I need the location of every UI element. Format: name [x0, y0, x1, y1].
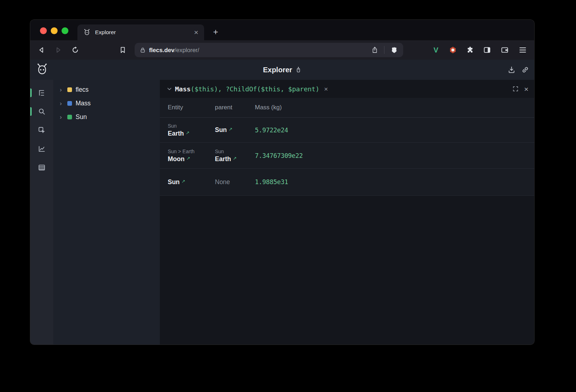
- chevron-right-icon[interactable]: ›: [60, 114, 66, 120]
- hexagon-extension-icon[interactable]: [449, 46, 457, 54]
- extensions-puzzle-icon[interactable]: [466, 46, 474, 54]
- tool-sidebar: [30, 80, 53, 345]
- chevron-right-icon[interactable]: ›: [60, 100, 66, 106]
- lock-icon: [140, 47, 146, 53]
- inspector-icon[interactable]: [38, 126, 46, 134]
- tree-item-label: Sun: [76, 113, 87, 121]
- close-window-button[interactable]: [40, 27, 47, 34]
- column-header-parent: parent: [215, 104, 255, 111]
- chart-icon[interactable]: [38, 145, 46, 153]
- external-link-icon: ↗: [181, 178, 185, 184]
- tab-title: Explorer: [95, 29, 194, 36]
- entity-color-swatch: [67, 101, 72, 106]
- bookmark-icon[interactable]: [119, 46, 127, 54]
- link-icon[interactable]: [521, 66, 529, 74]
- entity-path: Sun > Earth: [168, 149, 215, 154]
- column-header-entity: Entity: [168, 104, 215, 111]
- table-row: Sun > Earth Moon ↗ Sun Earth ↗: [160, 143, 534, 169]
- mass-value: 5.9722e24: [255, 127, 534, 134]
- browser-tab-explorer[interactable]: Explorer ×: [77, 24, 204, 40]
- table-rows-icon[interactable]: [38, 164, 46, 172]
- entity-name: Sun: [168, 178, 180, 186]
- query-results-table: Entity parent Mass (kg) Sun Earth ↗: [160, 98, 534, 196]
- external-link-icon: ↗: [186, 130, 189, 135]
- query-expression[interactable]: Mass($this), ?ChildOf($this, $parent): [175, 85, 319, 93]
- query-panel: Mass($this), ?ChildOf($this, $parent) × …: [160, 80, 534, 345]
- table-row: Sun Earth ↗ Sun ↗ 5.9722e24: [160, 118, 534, 143]
- parent-name: Sun: [215, 126, 227, 134]
- external-link-icon: ↗: [186, 155, 190, 161]
- download-icon[interactable]: [508, 66, 516, 74]
- parent-link[interactable]: Sun ↗: [215, 126, 255, 134]
- sidebar-toggle-icon[interactable]: [483, 46, 491, 54]
- query-component: Mass: [175, 85, 190, 93]
- entity-link[interactable]: Earth ↗: [168, 130, 215, 137]
- maximize-window-button[interactable]: [62, 27, 68, 34]
- forward-button[interactable]: [54, 46, 62, 54]
- table-header-row: Entity parent Mass (kg): [160, 98, 534, 118]
- panel-close-icon[interactable]: ×: [524, 85, 528, 93]
- parent-path: Sun: [215, 149, 255, 154]
- tree-item-label: Mass: [76, 100, 91, 107]
- entity-path: Sun: [168, 123, 215, 129]
- entity-name: Earth: [168, 130, 184, 137]
- active-indicator: [30, 107, 32, 116]
- entity-tree: › flecs › Mass › Sun: [53, 80, 160, 345]
- entity-color-swatch: [67, 115, 72, 119]
- external-link-icon: ↗: [233, 155, 237, 161]
- url-path: /explorer/: [175, 47, 199, 54]
- search-icon[interactable]: [38, 108, 46, 115]
- entity-link[interactable]: Sun ↗: [168, 178, 215, 186]
- parent-name: Earth: [215, 155, 231, 163]
- new-tab-button[interactable]: +: [211, 27, 221, 37]
- page-title: Explorer: [263, 60, 301, 80]
- parent-link[interactable]: Earth ↗: [215, 155, 255, 163]
- table-row: Sun ↗ None 1.9885e31: [160, 169, 534, 196]
- active-indicator: [30, 88, 32, 97]
- reload-button[interactable]: [71, 46, 79, 54]
- robot-icon: [296, 66, 302, 73]
- address-bar[interactable]: flecs.dev/explorer/: [135, 43, 403, 57]
- flecs-favicon: [83, 29, 91, 36]
- mass-value: 7.34767309e22: [255, 152, 534, 159]
- query-header: Mass($this), ?ChildOf($this, $parent) × …: [160, 80, 534, 98]
- mass-value: 1.9885e31: [255, 178, 534, 186]
- vue-letter: V: [433, 46, 438, 54]
- column-header-mass: Mass (kg): [255, 104, 534, 111]
- window-controls: [40, 27, 68, 34]
- fullscreen-icon[interactable]: [512, 86, 519, 92]
- chevron-right-icon[interactable]: ›: [60, 87, 66, 93]
- flecs-logo[interactable]: [35, 63, 49, 77]
- query-clear-icon[interactable]: ×: [324, 86, 328, 92]
- entity-color-swatch: [67, 87, 72, 92]
- tab-close-icon[interactable]: ×: [194, 29, 198, 36]
- back-button[interactable]: [37, 46, 45, 54]
- tab-bar: Explorer × +: [30, 20, 534, 40]
- external-link-icon: ↗: [229, 126, 232, 132]
- entity-name: Moon: [168, 155, 185, 163]
- tree-item-label: flecs: [76, 86, 89, 94]
- share-icon[interactable]: [371, 46, 378, 54]
- tree-view-icon[interactable]: [38, 89, 46, 97]
- brave-shields-icon[interactable]: [390, 46, 398, 54]
- browser-toolbar: flecs.dev/explorer/ V: [30, 40, 534, 60]
- tree-item-flecs[interactable]: › flecs: [53, 83, 160, 96]
- main-content: › flecs › Mass › Sun Mass($this), ?Chi: [30, 80, 534, 345]
- explorer-header: Explorer: [30, 60, 534, 80]
- vue-devtools-extension-icon[interactable]: V: [432, 46, 440, 54]
- header-actions: [508, 66, 529, 74]
- menu-hamburger-icon[interactable]: [518, 46, 527, 54]
- parent-none: None: [215, 178, 255, 186]
- url-domain: flecs.dev: [149, 47, 175, 54]
- wallet-icon[interactable]: [500, 46, 509, 54]
- tree-item-mass[interactable]: › Mass: [53, 96, 160, 110]
- divider: [384, 46, 384, 54]
- minimize-window-button[interactable]: [51, 27, 58, 34]
- query-terms: ($this), ?ChildOf($this, $parent): [190, 85, 319, 93]
- browser-window: Explorer × + flecs.dev/explorer/: [30, 20, 534, 345]
- entity-link[interactable]: Moon ↗: [168, 155, 215, 163]
- page-title-text: Explorer: [263, 66, 292, 74]
- chevron-down-icon[interactable]: [166, 86, 172, 92]
- tree-item-sun[interactable]: › Sun: [53, 110, 160, 124]
